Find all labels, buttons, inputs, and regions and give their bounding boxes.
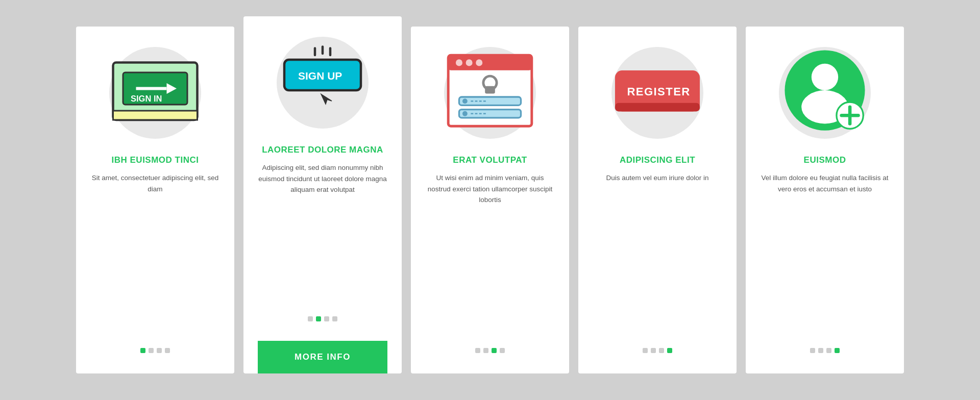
svg-point-29 [812, 64, 838, 90]
svg-point-23 [462, 111, 468, 116]
dot [483, 348, 488, 353]
cards-container: SIGN IN IBH EUISMOD TINCI Sit amet, cons… [45, 6, 935, 394]
register-icon: REGISTER [611, 65, 703, 121]
login-form-icon [444, 51, 536, 135]
card-5-desc: Vel illum dolore eu feugiat nulla facili… [760, 172, 890, 334]
icon-circle-2: SIGN UP [277, 37, 369, 129]
card-2-desc: Adipiscing elit, sed diam nonummy nibh e… [258, 162, 387, 302]
dot [651, 348, 656, 353]
dot-active [667, 348, 672, 353]
card-sign-in: SIGN IN IBH EUISMOD TINCI Sit amet, cons… [76, 27, 234, 373]
svg-rect-19 [459, 97, 521, 105]
dot-active [140, 348, 145, 353]
svg-marker-11 [321, 94, 332, 105]
icon-circle-4: REGISTER [611, 47, 703, 139]
svg-point-16 [476, 60, 482, 66]
svg-text:SIGN UP: SIGN UP [298, 70, 342, 82]
card-3-dots [475, 348, 505, 353]
card-4-dots [643, 348, 672, 353]
more-info-button[interactable]: MORE INFO [258, 341, 387, 373]
svg-rect-26 [615, 103, 700, 111]
card-1-dots [140, 348, 170, 353]
icon-circle-3 [444, 47, 536, 139]
card-2-title: LAOREET DOLORE MAGNA [262, 145, 383, 155]
icon-circle-5 [779, 47, 871, 139]
card-1-title: IBH EUISMOD TINCI [112, 155, 199, 165]
card-5-title: EUISMOD [804, 155, 846, 165]
card-5-dots [810, 348, 840, 353]
svg-point-15 [466, 60, 473, 66]
card-add-user: EUISMOD Vel illum dolore eu feugiat null… [746, 27, 904, 373]
card-4-title: ADIPISCING ELIT [620, 155, 695, 165]
card-sign-up: SIGN UP LAOREET DOLORE MAGNA Adipiscing … [243, 16, 402, 373]
svg-point-20 [462, 98, 468, 104]
sign-up-icon: SIGN UP [277, 44, 369, 121]
dot [659, 348, 664, 353]
svg-text:REGISTER: REGISTER [627, 85, 690, 97]
dot [643, 348, 648, 353]
add-user-icon [779, 47, 871, 139]
card-register: REGISTER ADIPISCING ELIT Duis autem vel … [578, 27, 737, 373]
svg-point-14 [456, 60, 462, 66]
icon-circle-1: SIGN IN [109, 47, 201, 139]
card-1-desc: Sit amet, consectetuer adipiscing elit, … [90, 172, 220, 334]
svg-rect-18 [485, 86, 495, 94]
dot [475, 348, 480, 353]
dot [324, 316, 329, 321]
dot [308, 316, 313, 321]
dot [332, 316, 337, 321]
dot [157, 348, 162, 353]
card-2-dots [308, 316, 337, 321]
dot [826, 348, 831, 353]
card-3-desc: Ut wisi enim ad minim veniam, quis nostr… [425, 172, 555, 334]
dot-active [492, 348, 497, 353]
dot-active [835, 348, 840, 353]
dot-active [316, 316, 321, 321]
sign-in-icon: SIGN IN [109, 59, 201, 128]
svg-text:SIGN IN: SIGN IN [131, 94, 162, 103]
dot [500, 348, 505, 353]
card-login-form: ERAT VOLUTPAT Ut wisi enim ad minim veni… [411, 27, 569, 373]
svg-rect-22 [459, 110, 521, 118]
dot [818, 348, 823, 353]
dot [810, 348, 815, 353]
dot [165, 348, 170, 353]
svg-rect-1 [113, 111, 198, 120]
card-3-title: ERAT VOLUTPAT [453, 155, 527, 165]
dot [149, 348, 154, 353]
card-4-desc: Duis autem vel eum iriure dolor in [606, 172, 708, 334]
